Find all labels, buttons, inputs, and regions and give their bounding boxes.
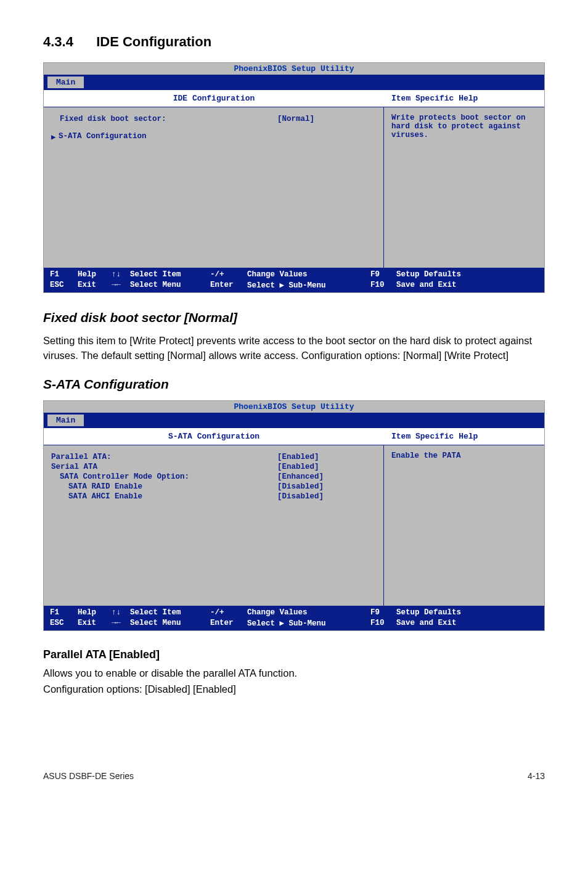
hint-exit: Exit bbox=[78, 619, 112, 627]
bios-help-title: Item Specific Help bbox=[384, 428, 544, 445]
key-plusminus: -/+ bbox=[210, 608, 247, 617]
bios-settings-list: Parallel ATA: [Enabled] Serial ATA [Enab… bbox=[44, 445, 383, 508]
hint-change-values: Change Values bbox=[247, 608, 370, 617]
row-value: [Enabled] bbox=[277, 463, 376, 471]
hint-help: Help bbox=[78, 270, 112, 279]
para-parallel-ata-2: Configuration options: [Disabled] [Enabl… bbox=[43, 682, 545, 697]
row-value: [Enabled] bbox=[277, 453, 376, 461]
bios-tab-bar: Main bbox=[44, 75, 544, 89]
hint-select-item: Select Item bbox=[130, 270, 210, 279]
para-fixed-disk: Setting this item to [Write Protect] pre… bbox=[43, 334, 545, 363]
key-esc: ESC bbox=[50, 281, 78, 289]
footer-page-number: 4-13 bbox=[528, 771, 545, 781]
hint-select-item: Select Item bbox=[130, 608, 210, 617]
row-label: SATA AHCI Enable bbox=[51, 492, 277, 501]
key-f10: F10 bbox=[370, 281, 396, 289]
bios-row-serial-ata[interactable]: Serial ATA [Enabled] bbox=[51, 463, 376, 471]
arrows-updown-icon: ↑↓ bbox=[112, 270, 130, 279]
row-label: SATA RAID Enable bbox=[51, 482, 277, 491]
row-value: [Disabled] bbox=[277, 482, 376, 491]
hint-change-values: Change Values bbox=[247, 270, 370, 279]
row-value: [Normal] bbox=[277, 115, 376, 123]
hint-select-menu: Select Menu bbox=[130, 281, 210, 289]
hint-setup-defaults: Setup Defaults bbox=[396, 270, 538, 279]
hint-select-menu: Select Menu bbox=[130, 619, 210, 627]
bios-help-panel: Enable the PATA bbox=[384, 445, 544, 606]
bios-tab-main[interactable]: Main bbox=[47, 76, 84, 88]
bios-row-sata-config[interactable]: ▶ S-ATA Configuration bbox=[51, 132, 376, 142]
hint-select-submenu: Select ▶ Sub-Menu bbox=[247, 618, 370, 628]
bios-help-text: Enable the PATA bbox=[391, 452, 537, 460]
row-label: Parallel ATA: bbox=[51, 453, 277, 461]
hint-select-submenu: Select ▶ Sub-Menu bbox=[247, 280, 370, 290]
hint-setup-defaults: Setup Defaults bbox=[396, 608, 538, 617]
arrows-updown-icon: ↑↓ bbox=[112, 608, 130, 617]
bios-row-sata-raid[interactable]: SATA RAID Enable [Disabled] bbox=[51, 482, 376, 491]
bios-utility-title: PhoenixBIOS Setup Utility bbox=[44, 401, 544, 413]
subheading-parallel-ata: Parallel ATA [Enabled] bbox=[43, 648, 545, 661]
row-value: [Enhanced] bbox=[277, 472, 376, 481]
row-label: Serial ATA bbox=[51, 463, 277, 471]
bios-screenshot-1: PhoenixBIOS Setup Utility Main IDE Confi… bbox=[43, 62, 545, 293]
key-f10: F10 bbox=[370, 619, 396, 627]
bios-row-fixed-disk[interactable]: Fixed disk boot sector: [Normal] bbox=[51, 115, 376, 123]
bios-settings-list: Fixed disk boot sector: [Normal] ▶ S-ATA… bbox=[44, 107, 383, 149]
bios-row-parallel-ata[interactable]: Parallel ATA: [Enabled] bbox=[51, 453, 376, 461]
submenu-arrow-icon: ▶ bbox=[51, 132, 59, 142]
hint-help: Help bbox=[78, 608, 112, 617]
key-f1: F1 bbox=[50, 608, 78, 617]
bios-tab-bar: Main bbox=[44, 413, 544, 427]
hint-save-exit: Save and Exit bbox=[396, 281, 538, 289]
bios-row-sata-mode[interactable]: SATA Controller Mode Option: [Enhanced] bbox=[51, 472, 376, 481]
key-f1: F1 bbox=[50, 270, 78, 279]
bios-key-hints: F1 Help ↑↓ Select Item -/+ Change Values… bbox=[44, 268, 544, 292]
hint-exit: Exit bbox=[78, 281, 112, 289]
row-value: [Disabled] bbox=[277, 492, 376, 501]
key-esc: ESC bbox=[50, 619, 78, 627]
key-f9: F9 bbox=[370, 270, 396, 279]
bios-screenshot-2: PhoenixBIOS Setup Utility Main S-ATA Con… bbox=[43, 400, 545, 631]
row-label: SATA Controller Mode Option: bbox=[51, 472, 277, 481]
para-parallel-ata-1: Allows you to enable or disable the para… bbox=[43, 666, 545, 681]
key-enter: Enter bbox=[210, 281, 247, 289]
section-heading: 4.3.4 IDE Configuration bbox=[43, 34, 545, 50]
subheading-fixed-disk: Fixed disk boot sector [Normal] bbox=[43, 310, 545, 325]
subheading-sata-config: S-ATA Configuration bbox=[43, 377, 545, 392]
row-label: Fixed disk boot sector: bbox=[51, 115, 277, 123]
section-title-text: IDE Configuration bbox=[96, 34, 211, 49]
hint-save-exit: Save and Exit bbox=[396, 619, 538, 627]
bios-help-title: Item Specific Help bbox=[384, 90, 544, 107]
arrows-leftright-icon: →← bbox=[112, 619, 130, 627]
bios-row-sata-ahci[interactable]: SATA AHCI Enable [Disabled] bbox=[51, 492, 376, 501]
bios-panel-title: S-ATA Configuration bbox=[44, 428, 384, 445]
bios-utility-title: PhoenixBIOS Setup Utility bbox=[44, 63, 544, 75]
key-enter: Enter bbox=[210, 619, 247, 627]
key-plusminus: -/+ bbox=[210, 270, 247, 279]
bios-tab-main[interactable]: Main bbox=[47, 415, 84, 426]
bios-key-hints: F1 Help ↑↓ Select Item -/+ Change Values… bbox=[44, 606, 544, 630]
row-label: S-ATA Configuration bbox=[59, 132, 376, 142]
key-f9: F9 bbox=[370, 608, 396, 617]
footer-product: ASUS DSBF-DE Series bbox=[43, 771, 134, 781]
arrows-leftright-icon: →← bbox=[112, 281, 130, 289]
bios-panel-title: IDE Configuration bbox=[44, 90, 384, 107]
section-number: 4.3.4 bbox=[43, 34, 92, 50]
page-footer: ASUS DSBF-DE Series 4-13 bbox=[43, 771, 545, 781]
bios-help-panel: Write protects boot sector on hard disk … bbox=[384, 107, 544, 268]
bios-help-text: Write protects boot sector on hard disk … bbox=[391, 113, 537, 139]
